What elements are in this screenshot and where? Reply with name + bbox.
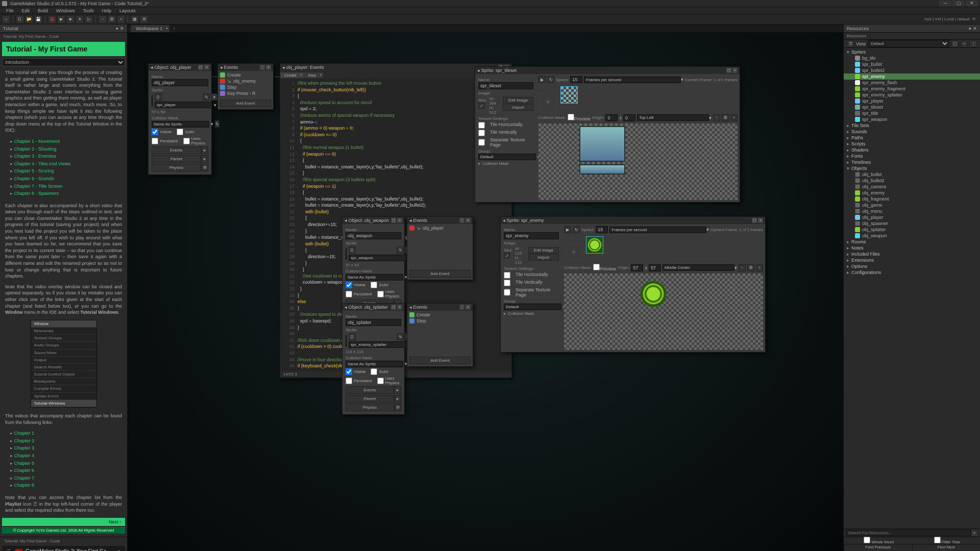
- close-icon[interactable]: ×: [397, 218, 402, 223]
- dock-icon[interactable]: ▢: [726, 68, 731, 73]
- folder-tilesets[interactable]: Tile Sets: [844, 122, 980, 129]
- physics-button[interactable]: Physics: [346, 404, 394, 411]
- import-button[interactable]: Import: [503, 104, 533, 111]
- video-chapter-link[interactable]: Chapter 7: [10, 474, 122, 482]
- mask-select[interactable]: [152, 121, 209, 128]
- anchor-select[interactable]: [663, 264, 734, 271]
- expand-all-icon[interactable]: ▢: [951, 40, 959, 47]
- dock-icon[interactable]: ▢: [198, 65, 203, 70]
- menu-edit[interactable]: Edit: [18, 8, 34, 13]
- workspace-tab[interactable]: Workspace 1×: [131, 25, 169, 32]
- visible-check[interactable]: Visible: [152, 129, 172, 135]
- zoom-in-icon[interactable]: +: [117, 15, 125, 23]
- sep-page-check[interactable]: Separate Texture Page: [504, 287, 559, 297]
- folder-notes[interactable]: Notes: [844, 245, 980, 251]
- resource-item[interactable]: obj_bullet2: [844, 178, 980, 184]
- sprite-canvas[interactable]: [538, 123, 738, 200]
- home-icon[interactable]: ⌂: [2, 15, 10, 23]
- menu-tools[interactable]: Tools: [79, 8, 98, 13]
- minimize-button[interactable]: ─: [939, 1, 951, 7]
- resource-item[interactable]: spr_title: [844, 110, 980, 116]
- persistent-check[interactable]: Persistent: [152, 136, 178, 145]
- chapter-link[interactable]: Chapter 5 - Scoring: [10, 167, 122, 175]
- frame-thumb[interactable]: [586, 236, 603, 254]
- video-chapter-link[interactable]: Chapter 6: [10, 467, 122, 474]
- solid-check[interactable]: Solid: [177, 129, 194, 135]
- find-prev-button[interactable]: Find Previous: [844, 544, 912, 551]
- dock-icon[interactable]: ▢: [391, 218, 396, 223]
- speed-input[interactable]: [596, 226, 608, 233]
- expand-icon[interactable]: ▸: [201, 146, 208, 154]
- view-select[interactable]: Default: [868, 40, 949, 47]
- physics-check[interactable]: Uses Physics: [377, 376, 401, 385]
- tile-h-check[interactable]: Tile Horizontally: [478, 122, 533, 129]
- menu-layouts[interactable]: Layouts: [115, 8, 140, 13]
- sprite-editor-tileset[interactable]: ◂ Sprite: spr_tileset▢× Name: Image: Siz…: [475, 66, 740, 203]
- resource-item[interactable]: obj_game: [844, 202, 980, 208]
- preview-check[interactable]: Preview: [593, 264, 616, 271]
- playlist-icon[interactable]: ☰: [5, 548, 12, 551]
- collapse-all-icon[interactable]: +: [961, 40, 968, 47]
- select-sprite-icon[interactable]: ▾: [211, 93, 218, 101]
- loop-icon[interactable]: ↻: [547, 76, 554, 83]
- folder-objects[interactable]: Objects: [844, 165, 980, 171]
- visible-check[interactable]: Visible: [346, 282, 365, 288]
- video-chapter-link[interactable]: Chapter 5: [10, 460, 122, 467]
- event-item-step[interactable]: Step: [407, 318, 473, 324]
- add-event-button[interactable]: Add Event: [220, 99, 271, 107]
- edit-mask-icon[interactable]: ✎: [215, 120, 219, 128]
- import-button[interactable]: Import: [528, 254, 559, 261]
- resource-tree[interactable]: Sprites bg_tile spr_bullet spr_bullet2 s…: [844, 48, 980, 529]
- events-panel-splatter[interactable]: ◂ Events⋮× Create Step Add Event: [407, 303, 473, 367]
- add-event-button[interactable]: Add Event: [409, 357, 471, 364]
- menu-build[interactable]: Build: [34, 8, 52, 13]
- find-next-button[interactable]: Find Next: [912, 544, 981, 551]
- physics-check[interactable]: Uses Physics: [377, 289, 401, 298]
- menu-icon[interactable]: ⋮: [459, 305, 464, 310]
- save-icon[interactable]: 💾: [34, 15, 42, 23]
- event-item-create[interactable]: Create: [218, 72, 273, 78]
- tile-v-check[interactable]: Tile Vertically: [478, 130, 533, 136]
- resource-item[interactable]: spr_enemy_splatter: [844, 92, 980, 98]
- origin-y[interactable]: [649, 264, 661, 271]
- resource-item[interactable]: obj_fragment: [844, 196, 980, 202]
- fps-select[interactable]: [609, 227, 706, 233]
- event-item-keypress[interactable]: Key Press - R: [218, 90, 273, 96]
- zoom-reset-icon[interactable]: ⦿: [108, 15, 116, 23]
- events-panel-weapon[interactable]: ◂ Events⋮× ↘ obj_player Add Event: [407, 216, 473, 280]
- chapter-link[interactable]: Chapter 1 - Movement: [10, 138, 122, 145]
- folder-sprites[interactable]: Sprites: [844, 49, 980, 55]
- play-icon[interactable]: ▶: [538, 76, 546, 83]
- tree-icon[interactable]: ☰: [847, 40, 854, 47]
- stop-icon[interactable]: ■: [66, 15, 75, 23]
- object-name-input[interactable]: [152, 79, 208, 86]
- event-item-collision[interactable]: ↘ obj_enemy: [218, 78, 273, 84]
- target-select[interactable]: Test | VM | Local | default ⟳: [922, 17, 978, 21]
- event-item-collision[interactable]: ↘ obj_player: [407, 225, 473, 231]
- share-icon[interactable]: ↗: [115, 548, 122, 551]
- dock-icon[interactable]: ▢: [752, 218, 757, 223]
- whole-word-check[interactable]: Whole Word: [864, 537, 894, 544]
- folder-extensions[interactable]: Extensions: [844, 257, 980, 263]
- resource-item[interactable]: spr_enemy: [844, 73, 980, 80]
- close-icon[interactable]: ×: [465, 218, 471, 223]
- edit-sprite-icon[interactable]: ✎: [397, 246, 404, 254]
- origin-y[interactable]: [623, 114, 635, 121]
- video-chapter-link[interactable]: Chapter 2: [10, 437, 122, 445]
- tile-v-check[interactable]: Tile Vertically: [504, 280, 559, 286]
- parent-button[interactable]: Parent: [346, 395, 394, 403]
- zoom-fit-icon[interactable]: ⦿: [722, 114, 729, 121]
- zoom-out-icon[interactable]: −: [739, 264, 746, 271]
- sep-page-check[interactable]: Separate Texture Page: [478, 137, 533, 147]
- search-clear-icon[interactable]: ×: [971, 530, 978, 537]
- chapter-dropdown[interactable]: Introduction: [2, 58, 125, 66]
- chapter-link[interactable]: Chapter 6 - Sounds: [10, 175, 122, 183]
- zoom-in-icon[interactable]: +: [756, 264, 763, 271]
- zoom-in-icon[interactable]: +: [730, 114, 738, 121]
- expand-icon[interactable]: ⚙: [201, 164, 208, 171]
- add-frame-button[interactable]: +: [565, 243, 582, 261]
- object-editor-splatter[interactable]: ◂ Object: obj_splatter▢× Name: Sprite: 🗋…: [342, 303, 405, 415]
- events-button[interactable]: Events: [346, 386, 394, 394]
- close-icon[interactable]: ×: [204, 65, 209, 70]
- collision-mask-section[interactable]: Collision Mask: [504, 310, 559, 317]
